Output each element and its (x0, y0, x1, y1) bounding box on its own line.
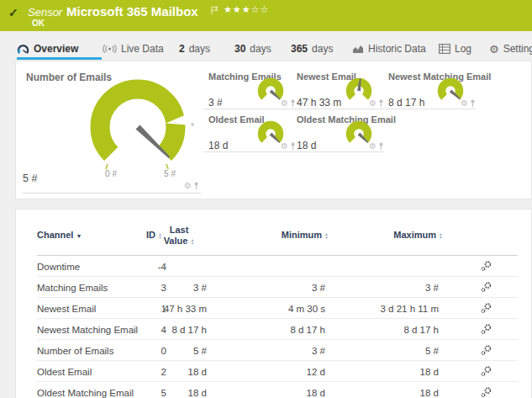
mini-gauge-oldest-matching-email: Oldest Matching Email 18 d ⚙ (297, 114, 384, 150)
divider (203, 109, 296, 109)
gauge-settings-gear-icon[interactable]: ⚙ (184, 182, 192, 190)
table-row[interactable]: Oldest Email 2 18 d 12 d 18 d (16, 361, 531, 382)
gauge-pin-icon[interactable] (290, 99, 296, 108)
tab-overview[interactable]: Overview (17, 40, 78, 58)
gauge-pin-icon[interactable] (378, 142, 384, 151)
divider (23, 193, 201, 194)
gauge-settings-gear-icon[interactable]: ⚙ (281, 142, 288, 151)
divider (383, 109, 476, 109)
column-header-maximum[interactable]: Maximum▲▼ (16, 230, 443, 240)
priority-stars[interactable]: ★★★☆☆ (224, 4, 269, 15)
gauge-settings-gear-icon[interactable]: ⚙ (281, 99, 288, 108)
edit-channel-gears-icon[interactable] (480, 364, 492, 379)
settings-gear-icon: ⚙ (489, 44, 499, 55)
gauge-pin-icon[interactable] (378, 99, 384, 108)
tab-bar: Overview Live Data 2days 30days 365days … (0, 31, 532, 61)
edit-channel-gears-icon[interactable] (480, 301, 492, 316)
edit-channel-gears-icon[interactable] (480, 280, 492, 295)
tab-live-data[interactable]: Live Data (103, 40, 164, 58)
table-row[interactable]: Number of Emails 0 5 # 3 # 5 # (16, 340, 531, 361)
table-row[interactable]: Downtime -4 (16, 256, 531, 277)
main-gauge-value: 5 # (23, 172, 37, 184)
log-table-icon (439, 44, 450, 54)
tab-log[interactable]: Log (439, 40, 471, 58)
status-ok-check-icon: ✓ (8, 6, 18, 19)
gauge-limit-marker-label: x (191, 120, 194, 128)
active-tab-underline (17, 57, 102, 60)
number-of-emails-gauge: x (85, 72, 211, 181)
priority-flag-icon[interactable] (210, 3, 219, 19)
gauge-pin-icon[interactable] (470, 99, 476, 108)
gauge-action-icons: ⚙ (369, 99, 384, 108)
channel-table-card: Channel▼ ID▲▼ LastValue▲▼ Minimum▲▼ Maxi… (15, 209, 532, 398)
gauge-settings-gear-icon[interactable]: ⚙ (461, 99, 468, 108)
table-row[interactable]: Matching Emails 3 3 # 3 # 3 # (16, 277, 531, 298)
gauge-scale-min: 0 # (99, 169, 123, 178)
sensor-overview-page: ✓ Sensor Microsoft 365 Mailbox ★★★☆☆ OK … (0, 0, 532, 398)
edit-channel-gears-icon[interactable] (480, 259, 492, 273)
historic-data-chart-icon (352, 44, 364, 54)
tab-365-days[interactable]: 365days (291, 40, 333, 58)
table-row[interactable]: Newest Matching Email 4 8 d 17 h 8 d 17 … (16, 319, 531, 340)
sensor-title: Microsoft 365 Mailbox (66, 4, 198, 19)
gauge-pin-icon[interactable] (290, 142, 296, 151)
gauge-pin-icon[interactable] (193, 182, 199, 190)
table-row[interactable]: Newest Email 1 47 h 33 m 4 m 30 s 3 d 21… (16, 298, 531, 319)
divider (292, 109, 384, 109)
gauge-action-icons: ⚙ (281, 99, 296, 108)
gauge-settings-gear-icon[interactable]: ⚙ (369, 99, 377, 108)
gauge-action-icons: ⚙ (281, 142, 296, 151)
tab-30-days[interactable]: 30days (234, 40, 271, 58)
divider (203, 151, 296, 152)
tab-settings[interactable]: ⚙ Settings (489, 40, 532, 58)
live-data-signal-icon (103, 44, 117, 54)
mini-gauge-oldest-email: Oldest Email 18 d ⚙ (208, 114, 296, 150)
object-kind-label: Sensor (28, 6, 62, 19)
channel-rows: Downtime -4 Matching Emails 3 3 # 3 # 3 … (16, 256, 531, 398)
tab-historic-data[interactable]: Historic Data (352, 40, 426, 58)
sensor-status-text: OK (32, 19, 45, 28)
mini-gauge-newest-email: Newest Email 47 h 33 m ⚙ (297, 72, 384, 107)
mini-gauge-newest-matching-email: Newest Matching Email 8 d 17 h ⚙ (388, 72, 476, 107)
gauge-action-icons: ⚙ (184, 182, 199, 190)
mini-gauge-matching-emails: Matching Emails 3 # ⚙ (208, 72, 296, 107)
sensor-status-header: ✓ Sensor Microsoft 365 Mailbox ★★★☆☆ OK (0, 0, 532, 31)
edit-channel-gears-icon[interactable] (480, 322, 492, 337)
edit-channel-gears-icon[interactable] (480, 385, 492, 398)
overview-gauges-card: Number of Emails x 0 # 5 # 5 # ⚙ Matchin… (15, 61, 532, 199)
sort-icon: ▲▼ (439, 232, 443, 240)
gauge-action-icons: ⚙ (369, 142, 384, 151)
edit-channel-gears-icon[interactable] (480, 343, 492, 358)
gauge-action-icons: ⚙ (461, 99, 476, 108)
tab-2-days[interactable]: 2days (179, 40, 210, 58)
gauge-scale-max: 5 # (158, 169, 182, 178)
gauge-settings-gear-icon[interactable]: ⚙ (369, 142, 377, 151)
divider (292, 151, 384, 152)
table-row[interactable]: Oldest Matching Email 5 18 d 18 d 18 d (16, 382, 531, 398)
overview-gauge-icon (17, 44, 29, 55)
